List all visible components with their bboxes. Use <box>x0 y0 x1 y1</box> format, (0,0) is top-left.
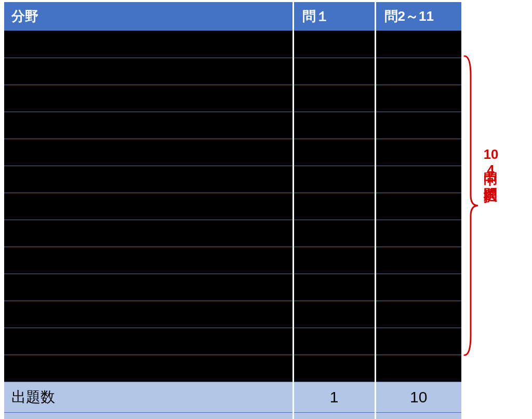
table-header-row: 分野 問１ 問2～11 <box>4 2 461 31</box>
table-body <box>4 31 461 382</box>
exam-structure-table: 分野 問１ 問2～11 出題数 1 10 <box>4 2 461 419</box>
brace-icon <box>463 55 479 356</box>
footer-q-c2: 1 <box>293 382 375 412</box>
table-row <box>4 274 461 301</box>
footer-q-c3: 10 <box>375 382 461 412</box>
table-row <box>4 301 461 328</box>
selection-annotation: 10問中4問選択 <box>461 2 528 417</box>
footer-q-label: 出題数 <box>4 382 293 412</box>
table-row <box>4 355 461 382</box>
footer-a-c2: 1 <box>293 412 375 419</box>
header-field: 分野 <box>4 2 293 31</box>
table-row <box>4 193 461 220</box>
header-q1: 問１ <box>293 2 375 31</box>
footer-row-questions: 出題数 1 10 <box>4 382 461 412</box>
footer-a-label: 解答数 <box>4 412 293 419</box>
table-row <box>4 85 461 112</box>
footer-a-c3: 4 <box>375 412 461 419</box>
table-row <box>4 58 461 85</box>
header-q2to11: 問2～11 <box>375 2 461 31</box>
table-row <box>4 112 461 139</box>
table-row <box>4 139 461 166</box>
footer-row-answers: 解答数 1 4 <box>4 412 461 419</box>
table-row <box>4 247 461 274</box>
table-row <box>4 166 461 193</box>
annotation-text: 10問中4問選択 <box>482 147 499 180</box>
table-row <box>4 328 461 355</box>
table-row <box>4 220 461 247</box>
table-row <box>4 31 461 58</box>
